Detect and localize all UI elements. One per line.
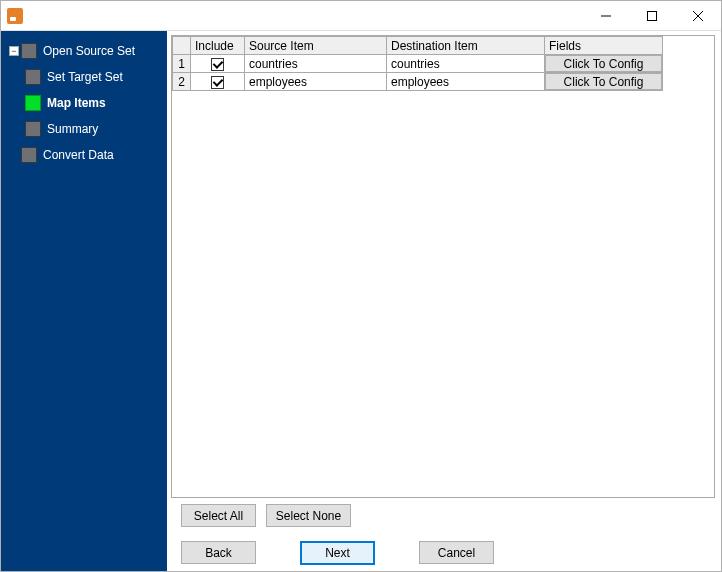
select-none-button[interactable]: Select None xyxy=(266,504,351,527)
include-cell[interactable] xyxy=(191,73,245,91)
select-all-button[interactable]: Select All xyxy=(181,504,256,527)
svg-rect-1 xyxy=(648,11,657,20)
back-button[interactable]: Back xyxy=(181,541,256,564)
selection-buttons: Select All Select None xyxy=(171,504,715,527)
sidebar-item-label: Convert Data xyxy=(43,148,114,162)
minimize-button[interactable] xyxy=(583,1,629,31)
sidebar-item-map-items[interactable]: Map Items xyxy=(1,95,167,111)
source-cell[interactable]: employees xyxy=(245,73,387,91)
sidebar-item-label: Set Target Set xyxy=(47,70,123,84)
grid-corner xyxy=(173,37,191,55)
table-row[interactable]: 1 countries countries Click To Config xyxy=(173,55,663,73)
step-box-icon xyxy=(25,69,41,85)
titlebar xyxy=(1,1,721,31)
include-cell[interactable] xyxy=(191,55,245,73)
fields-cell: Click To Config xyxy=(545,55,663,73)
step-box-icon xyxy=(25,121,41,137)
next-button[interactable]: Next xyxy=(300,541,375,565)
step-box-icon xyxy=(21,147,37,163)
config-button[interactable]: Click To Config xyxy=(545,73,662,90)
config-button[interactable]: Click To Config xyxy=(545,55,662,72)
sidebar-item-open-source-set[interactable]: Open Source Set xyxy=(1,43,167,59)
maximize-button[interactable] xyxy=(629,1,675,31)
step-box-icon xyxy=(21,43,37,59)
tree-toggle-icon[interactable] xyxy=(9,46,19,56)
sidebar-item-convert-data[interactable]: Convert Data xyxy=(1,147,167,163)
grid-header-destination[interactable]: Destination Item xyxy=(387,37,545,55)
fields-cell: Click To Config xyxy=(545,73,663,91)
main-panel: Include Source Item Destination Item Fie… xyxy=(167,31,721,571)
sidebar-item-summary[interactable]: Summary xyxy=(1,121,167,137)
sidebar-item-label: Open Source Set xyxy=(43,44,135,58)
window-controls xyxy=(583,1,721,31)
close-button[interactable] xyxy=(675,1,721,31)
source-cell[interactable]: countries xyxy=(245,55,387,73)
grid-header-include[interactable]: Include xyxy=(191,37,245,55)
grid-header-fields[interactable]: Fields xyxy=(545,37,663,55)
row-number: 1 xyxy=(173,55,191,73)
wizard-window: Open Source Set Set Target Set Map Items… xyxy=(0,0,722,572)
destination-cell[interactable]: countries xyxy=(387,55,545,73)
sidebar-item-set-target-set[interactable]: Set Target Set xyxy=(1,69,167,85)
cancel-button[interactable]: Cancel xyxy=(419,541,494,564)
checkbox-icon[interactable] xyxy=(211,58,224,71)
mapping-grid[interactable]: Include Source Item Destination Item Fie… xyxy=(171,35,715,498)
wizard-sidebar: Open Source Set Set Target Set Map Items… xyxy=(1,31,167,571)
destination-cell[interactable]: employees xyxy=(387,73,545,91)
checkbox-icon[interactable] xyxy=(211,76,224,89)
step-box-icon xyxy=(25,95,41,111)
app-icon xyxy=(7,8,23,24)
table-row[interactable]: 2 employees employees Click To Config xyxy=(173,73,663,91)
sidebar-item-label: Map Items xyxy=(47,96,106,110)
sidebar-item-label: Summary xyxy=(47,122,98,136)
row-number: 2 xyxy=(173,73,191,91)
grid-header-source[interactable]: Source Item xyxy=(245,37,387,55)
nav-buttons: Back Next Cancel xyxy=(171,541,715,565)
